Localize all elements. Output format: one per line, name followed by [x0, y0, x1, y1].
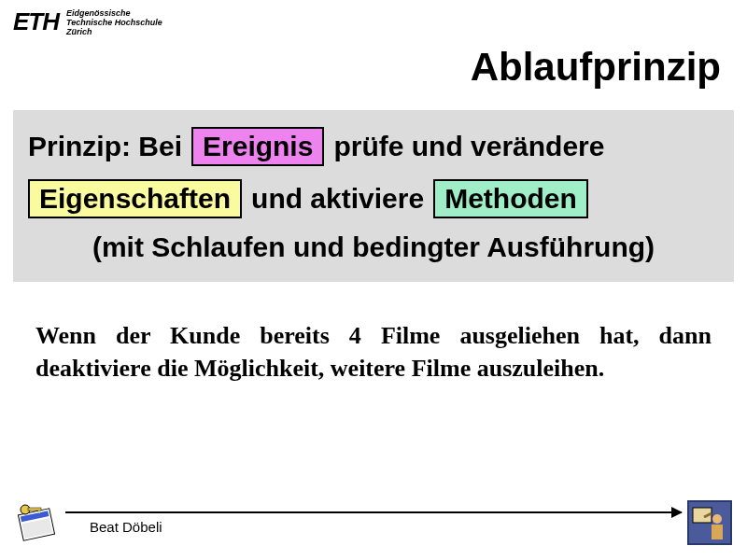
text-prinzip-bei: Prinzip: Bei	[28, 131, 182, 162]
pill-ereignis: Ereignis	[191, 127, 324, 166]
pill-methoden: Methoden	[433, 179, 588, 218]
principle-line-1: Prinzip: Bei Ereignis prüfe und veränder…	[22, 127, 725, 166]
slide-title: Ablaufprinzip	[0, 37, 747, 90]
header: ETH Eidgenössische Technische Hochschule…	[0, 0, 747, 37]
svg-rect-4	[28, 508, 41, 511]
key-document-icon	[13, 498, 62, 547]
text-pruefe: prüfe und verändere	[333, 131, 604, 162]
logo-text: ETH	[13, 7, 59, 36]
text-und-aktiviere: und aktiviere	[251, 183, 424, 215]
principle-line-3: (mit Schlaufen und bedingter Ausführung)	[22, 231, 725, 263]
principle-box: Prinzip: Bei Ereignis prüfe und veränder…	[13, 110, 734, 282]
footer-center: Beat Döbeli	[65, 498, 682, 547]
logo-sub-line3: Zürich	[66, 28, 162, 37]
presenter-icon	[685, 498, 734, 547]
svg-rect-5	[38, 511, 40, 513]
pill-eigenschaften: Eigenschaften	[28, 179, 242, 218]
logo-subtitle: Eidgenössische Technische Hochschule Zür…	[66, 7, 162, 37]
arrow-line	[65, 511, 682, 513]
text-schlaufen: (mit Schlaufen und bedingter Ausführung)	[92, 231, 655, 263]
footer: Beat Döbeli	[13, 498, 734, 547]
svg-point-9	[712, 514, 722, 524]
example-text: Wenn der Kunde bereits 4 Filme ausgelieh…	[0, 282, 747, 385]
eth-logo: ETH Eidgenössische Technische Hochschule…	[13, 7, 162, 37]
author-name: Beat Döbeli	[65, 513, 682, 535]
principle-line-2: Eigenschaften und aktiviere Methoden	[22, 179, 725, 218]
